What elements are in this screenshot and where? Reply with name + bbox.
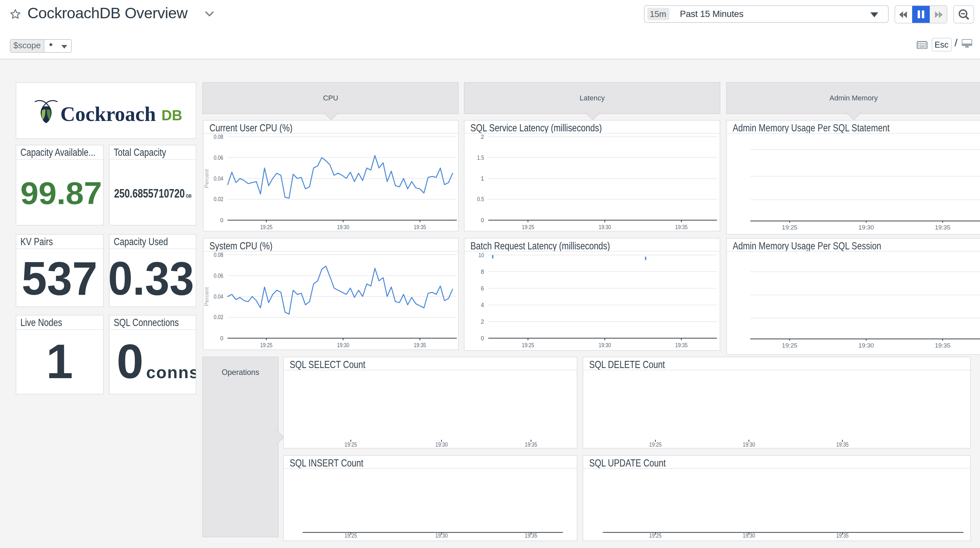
svg-text:0: 0 xyxy=(220,217,223,223)
svg-text:19:30: 19:30 xyxy=(859,224,874,231)
svg-text:19:25: 19:25 xyxy=(345,441,357,448)
svg-text:19:25: 19:25 xyxy=(345,532,357,538)
svg-text:0.02: 0.02 xyxy=(214,314,223,321)
svg-text:0.06: 0.06 xyxy=(214,273,223,280)
svg-text:SQL Service Latency (milliseco: SQL Service Latency (milliseconds) xyxy=(471,122,602,133)
svg-text:19:35: 19:35 xyxy=(414,224,426,230)
svg-text:1: 1 xyxy=(481,175,484,182)
svg-text:19:35: 19:35 xyxy=(836,532,848,538)
svg-text:Percent: Percent xyxy=(204,287,210,307)
svg-text:19:30: 19:30 xyxy=(743,532,755,538)
svg-text:0.08: 0.08 xyxy=(214,133,223,140)
svg-text:SQL DELETE Count: SQL DELETE Count xyxy=(589,358,665,370)
svg-text:19:35: 19:35 xyxy=(675,342,688,349)
svg-text:4: 4 xyxy=(481,302,484,308)
svg-text:0: 0 xyxy=(481,335,484,342)
svg-text:Admin Memory Usage Per SQL Sta: Admin Memory Usage Per SQL Statement xyxy=(733,122,890,133)
svg-text:19:30: 19:30 xyxy=(743,441,755,448)
svg-text:0.5: 0.5 xyxy=(477,196,484,202)
svg-text:SQL SELECT Count: SQL SELECT Count xyxy=(290,358,366,370)
svg-text:0.04: 0.04 xyxy=(214,175,223,182)
svg-text:19:35: 19:35 xyxy=(525,441,538,448)
svg-text:10: 10 xyxy=(479,252,484,259)
svg-text:19:35: 19:35 xyxy=(836,441,848,448)
svg-text:0.06: 0.06 xyxy=(214,154,223,161)
svg-text:6: 6 xyxy=(481,285,484,292)
svg-text:19:25: 19:25 xyxy=(649,441,662,448)
svg-text:19:30: 19:30 xyxy=(337,224,349,230)
svg-text:DB: DB xyxy=(161,107,182,123)
svg-text:19:25: 19:25 xyxy=(522,342,534,349)
svg-text:19:25: 19:25 xyxy=(782,342,798,348)
svg-text:19:30: 19:30 xyxy=(436,532,448,538)
svg-text:19:25: 19:25 xyxy=(782,224,798,231)
svg-text:19:25: 19:25 xyxy=(522,224,534,230)
svg-text:19:35: 19:35 xyxy=(414,342,426,349)
svg-text:0: 0 xyxy=(220,335,223,342)
svg-text:19:35: 19:35 xyxy=(675,224,688,230)
svg-text:8: 8 xyxy=(481,268,484,275)
svg-text:Batch Request Latency (millise: Batch Request Latency (milliseconds) xyxy=(471,240,610,252)
svg-text:19:25: 19:25 xyxy=(260,342,272,349)
svg-text:Current User CPU (%): Current User CPU (%) xyxy=(210,122,292,133)
svg-text:19:25: 19:25 xyxy=(649,532,662,538)
svg-text:0.02: 0.02 xyxy=(214,196,223,202)
svg-text:19:30: 19:30 xyxy=(599,224,611,230)
svg-text:Percent: Percent xyxy=(204,169,210,188)
svg-text:0: 0 xyxy=(481,217,484,223)
svg-text:Cockroach: Cockroach xyxy=(60,102,156,125)
svg-text:19:30: 19:30 xyxy=(337,342,349,349)
svg-text:19:30: 19:30 xyxy=(599,342,611,349)
svg-text:2: 2 xyxy=(481,319,484,325)
svg-text:SQL INSERT Count: SQL INSERT Count xyxy=(290,457,364,469)
svg-text:2: 2 xyxy=(481,133,484,140)
svg-text:19:35: 19:35 xyxy=(935,224,951,231)
svg-text:1.5: 1.5 xyxy=(477,154,484,161)
svg-text:19:30: 19:30 xyxy=(436,441,448,448)
svg-text:19:35: 19:35 xyxy=(935,342,951,348)
svg-text:SQL UPDATE Count: SQL UPDATE Count xyxy=(589,457,666,469)
svg-text:19:30: 19:30 xyxy=(859,342,874,348)
svg-text:19:25: 19:25 xyxy=(260,224,272,230)
svg-text:19:35: 19:35 xyxy=(525,532,538,538)
svg-text:Admin Memory Usage Per SQL Ses: Admin Memory Usage Per SQL Session xyxy=(733,240,881,251)
svg-text:0.04: 0.04 xyxy=(214,294,223,300)
svg-text:System CPU (%): System CPU (%) xyxy=(209,240,272,252)
svg-text:0.08: 0.08 xyxy=(214,252,223,258)
